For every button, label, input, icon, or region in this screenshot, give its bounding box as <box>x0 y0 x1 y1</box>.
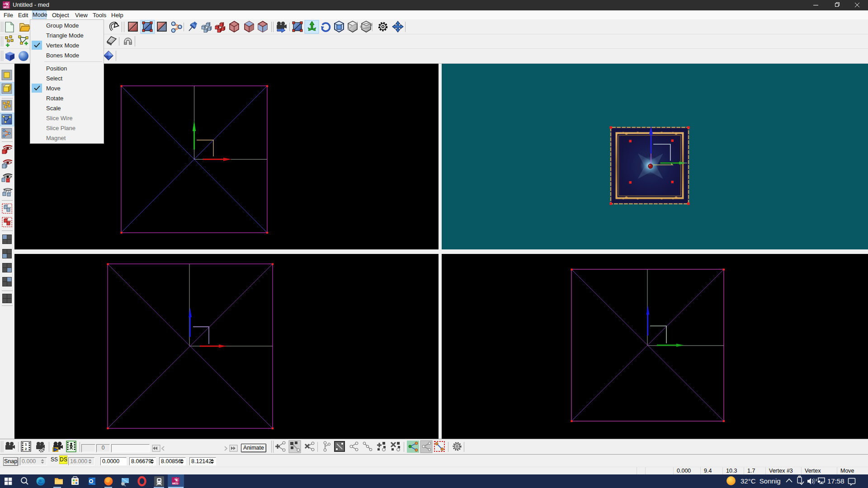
svg-text:2: 2 <box>25 447 27 451</box>
svg-text:MK: MK <box>3 3 7 5</box>
svg-text:1: 1 <box>25 442 27 446</box>
svg-text:MED: MED <box>4 6 9 9</box>
svg-text:MED: MED <box>172 482 179 485</box>
